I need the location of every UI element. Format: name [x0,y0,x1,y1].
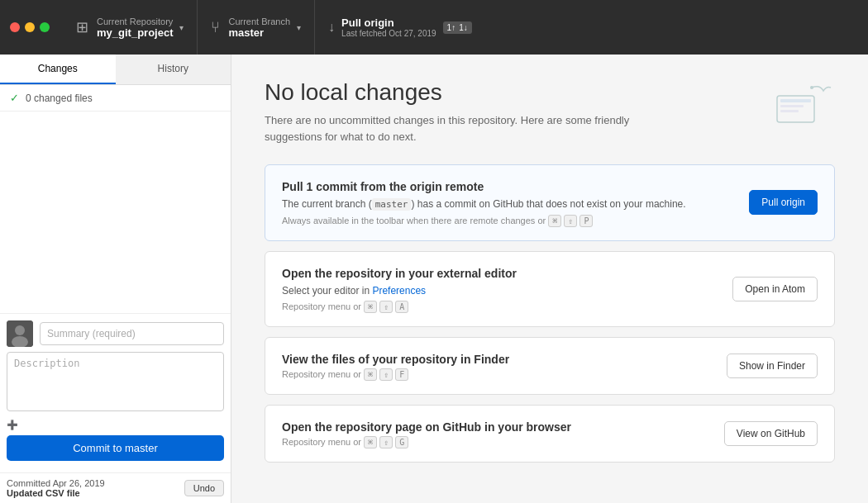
content-area: No local changes There are no uncommitte… [231,55,868,503]
show-in-finder-button[interactable]: Show in Finder [727,354,818,378]
last-commit-detail: Updated CSV file [7,488,80,498]
commit-area: ➕ Commit to master [0,313,231,472]
pull-badge: 1↑ 1↓ [443,21,472,34]
pull-badge-up: 1↑ [447,23,456,32]
pull-origin-button[interactable]: Pull origin [749,190,818,215]
last-commit-info: Committed Apr 26, 2019 Updated CSV file [7,478,105,498]
svg-rect-5 [780,105,804,107]
page-subtitle: There are no uncommitted changes in this… [265,112,645,145]
pull-card-title: Pull 1 commit from the origin remote [282,180,732,193]
pull-origin-section[interactable]: ↓ Pull origin Last fetched Oct 27, 2019 … [315,0,485,55]
current-branch-section[interactable]: ⑂ Current Branch master ▾ [198,0,315,55]
finder-card-shortcut: Repository menu or ⌘ ⇧ F [282,369,710,379]
pull-icon: ↓ [328,20,335,35]
svg-point-7 [810,86,813,89]
commit-avatar-row [7,320,224,347]
close-button[interactable] [10,22,20,32]
description-textarea[interactable] [7,352,224,411]
finder-card-title: View the files of your repository in Fin… [282,353,710,366]
pull-subtitle: Last fetched Oct 27, 2019 [341,29,436,38]
sidebar: Changes History ✓ 0 changed files [0,55,231,503]
avatar [7,320,33,347]
pull-card-desc: The current branch (master) has a commit… [282,197,732,212]
main-area: Changes History ✓ 0 changed files [0,55,868,503]
repo-chevron-icon: ▾ [179,23,184,32]
repo-name: my_git_project [97,26,173,39]
illustration [769,79,835,129]
open-in-atom-button[interactable]: Open in Atom [732,277,818,301]
sidebar-tabs: Changes History [0,55,231,85]
editor-card: Open the repository in your external edi… [265,251,835,327]
editor-card-shortcut: Repository menu or ⌘ ⇧ A [282,301,716,311]
traffic-lights [10,22,50,32]
github-card-title: Open the repository page on GitHub in yo… [282,420,708,434]
preferences-link[interactable]: Preferences [372,285,426,297]
commit-footer: ➕ [7,420,224,430]
repo-icon: ⊞ [76,18,88,36]
undo-button[interactable]: Undo [184,480,224,496]
sidebar-spacer [0,112,231,313]
titlebar: ⊞ Current Repository my_git_project ▾ ⑂ … [0,0,868,55]
repo-label: Current Repository [97,17,173,26]
pull-card-shortcut: Always available in the toolbar when the… [282,216,732,225]
changed-files-row: ✓ 0 changed files [0,85,231,112]
add-coauthor-button[interactable]: ➕ [7,420,18,430]
svg-rect-6 [780,110,799,112]
branch-label: Current Branch [228,17,290,26]
github-card: Open the repository page on GitHub in yo… [265,405,835,463]
last-commit-label: Committed Apr 26, 2019 [7,478,105,488]
pull-card: Pull 1 commit from the origin remote The… [265,164,835,241]
svg-point-1 [15,325,25,335]
summary-input[interactable] [40,322,224,345]
github-card-shortcut: Repository menu or ⌘ ⇧ G [282,437,708,447]
commit-button[interactable]: Commit to master [7,435,224,461]
maximize-button[interactable] [40,22,50,32]
tab-history[interactable]: History [116,55,231,84]
view-on-github-button[interactable]: View on GitHub [724,421,818,446]
svg-rect-4 [780,99,811,102]
last-commit-bar: Committed Apr 26, 2019 Updated CSV file … [0,472,231,503]
pull-title: Pull origin [341,17,436,29]
branch-icon: ⑂ [211,19,220,36]
editor-card-desc: Select your editor in Preferences [282,283,716,298]
minimize-button[interactable] [25,22,35,32]
tab-changes[interactable]: Changes [0,55,116,84]
no-changes-header: No local changes There are no uncommitte… [265,79,835,145]
check-icon: ✓ [10,92,19,104]
current-repository-section[interactable]: ⊞ Current Repository my_git_project ▾ [63,0,198,55]
pull-badge-down: 1↓ [459,23,468,32]
page-title: No local changes [265,79,752,106]
branch-chevron-icon: ▾ [297,23,301,32]
changed-files-count: 0 changed files [26,93,93,104]
finder-card: View the files of your repository in Fin… [265,337,835,395]
editor-card-title: Open the repository in your external edi… [282,267,716,280]
branch-name: master [228,26,290,39]
